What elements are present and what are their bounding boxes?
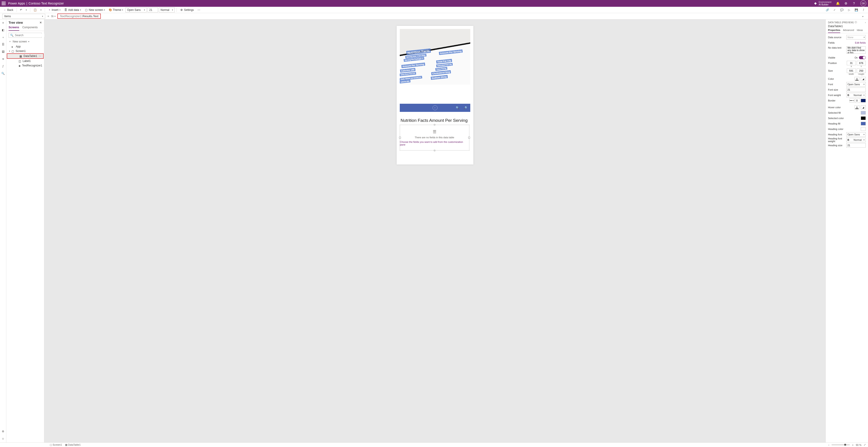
tree-item-app[interactable]: ▸ App (6, 44, 44, 49)
rail-settings-icon[interactable]: ⚙ (1, 429, 5, 434)
undo-button[interactable]: ↶ (19, 8, 24, 12)
prop-fill-color-button[interactable]: ◢ (861, 77, 866, 81)
prop-border-label: Border (828, 99, 848, 102)
upload-image-icon[interactable]: ↑ (433, 105, 437, 110)
props-info-icon[interactable]: ⓘ (855, 21, 857, 24)
prop-y-input[interactable] (857, 61, 866, 65)
rail-hamburger-icon[interactable]: ≡ (1, 21, 5, 25)
settings-gear-icon[interactable]: ⚙ (844, 2, 848, 5)
prop-heading-color-swatch[interactable] (861, 127, 866, 131)
add-data-button[interactable]: 🗄Add data▾ (63, 8, 83, 12)
prop-font-size-label: Font size (828, 88, 845, 91)
prop-x-input[interactable] (847, 61, 856, 65)
close-tree-icon[interactable]: ✕ (39, 21, 42, 24)
prop-border-width-input[interactable] (855, 98, 860, 103)
more-button[interactable]: ⋯ (196, 8, 202, 12)
design-canvas[interactable]: Nutrition Facts Amount Per Serving Servi… (44, 20, 826, 443)
prop-heading-weight-select[interactable]: B Normal▾ (846, 138, 866, 142)
edit-fields-link[interactable]: Edit fields (855, 41, 866, 44)
zoom-slider[interactable] (832, 445, 850, 445)
zoom-out-btn[interactable]: − (828, 444, 829, 446)
datatable1-control[interactable]: ☰ There are no fields in this data table… (400, 125, 469, 151)
tree-item-textrecognizer1[interactable]: ◈ TextRecognizer1 (6, 63, 44, 68)
tab-screens[interactable]: Screens (8, 26, 19, 31)
left-rail: ≡ ◧ ＋ 🗄 🖼 ≋ ƒ 🔍 ⚙ ☺ (0, 20, 6, 443)
tab-ideas[interactable]: Ideas (857, 29, 863, 33)
checker-icon[interactable]: ✓ (832, 8, 837, 12)
footer-datatable-crumb[interactable]: ▦ DataTable1 (65, 443, 81, 446)
undo-dropdown[interactable]: ▾ (24, 8, 28, 11)
label1-control[interactable]: Nutrition Facts Amount Per Serving (401, 118, 468, 123)
props-collapse-icon[interactable]: › (865, 21, 866, 24)
prop-selected-color-swatch[interactable] (861, 117, 866, 120)
prop-heading-size-input[interactable] (846, 143, 866, 148)
new-screen-tree-button[interactable]: ＋New screen▾ (8, 39, 42, 43)
rail-tree-icon[interactable]: ◧ (1, 28, 5, 32)
paste-button[interactable]: 📋 (32, 8, 38, 12)
formula-input[interactable]: TextRecognizer1.Results.Text (57, 13, 101, 19)
rail-media-icon[interactable]: 🖼 (1, 50, 5, 54)
back-button[interactable]: ←Back (2, 8, 15, 12)
zoom-out-icon[interactable]: 🔍 (456, 106, 459, 109)
insert-button[interactable]: ＋Insert▾ (47, 7, 62, 12)
environment-picker[interactable]: ◆ Environment AI Builder (814, 1, 831, 6)
rail-variable-icon[interactable]: ƒ (1, 64, 5, 68)
rail-feedback-icon[interactable]: ☺ (1, 437, 5, 441)
theme-button[interactable]: 🎨Theme▾ (107, 8, 125, 12)
save-icon[interactable]: 💾 (854, 8, 859, 12)
prop-selected-fill-label: Selected fill (828, 111, 860, 114)
prop-heading-color-label: Heading color (828, 128, 860, 130)
prop-font-color-button[interactable]: A (855, 77, 860, 81)
font-size-select[interactable]: 21 (148, 7, 158, 12)
zoom-in-btn[interactable]: + (852, 444, 853, 446)
tab-components[interactable]: Components (22, 26, 38, 31)
rail-search-icon[interactable]: 🔍 (1, 71, 5, 75)
tab-properties[interactable]: Properties (828, 29, 840, 33)
prop-font-weight-select[interactable]: B Normal▾ (846, 93, 866, 97)
screen1-canvas[interactable]: Nutrition Facts Amount Per Serving Servi… (397, 26, 473, 164)
expand-formula-bar[interactable]: ▾ (860, 14, 866, 19)
tab-advanced[interactable]: Advanced (843, 29, 854, 33)
rail-insert-icon[interactable]: ＋ (1, 35, 5, 39)
prop-hover-font-color[interactable]: A (855, 105, 860, 109)
prop-visible-toggle[interactable] (859, 56, 866, 59)
paste-dropdown[interactable]: ▾ (39, 8, 43, 11)
footer-screen-crumb[interactable]: ▢ Screen1 (50, 443, 62, 446)
tree-item-datatable1[interactable]: ▦ DataTable1 ⋯ (7, 54, 43, 58)
user-avatar[interactable]: DB (860, 0, 866, 6)
prop-width-input[interactable] (847, 68, 856, 73)
rail-data-icon[interactable]: 🗄 (1, 42, 5, 46)
share-icon[interactable]: 🔗 (825, 8, 830, 12)
comments-icon[interactable]: 💬 (839, 8, 844, 12)
property-dropdown[interactable]: Items▾ (2, 14, 45, 19)
prop-font-size-input[interactable] (846, 88, 866, 92)
fit-to-window-icon[interactable]: ⤢ (864, 443, 866, 446)
app-launcher-icon[interactable] (2, 2, 5, 5)
prop-data-source-select[interactable]: None▾ (846, 35, 866, 39)
publish-icon[interactable]: ⤴ (861, 8, 866, 12)
tree-item-label1[interactable]: ◫ Label1 (6, 59, 44, 63)
prop-no-data-input[interactable]: We didn't find any data to show at this (846, 46, 866, 54)
tree-item-screen1[interactable]: ▾ ▢ Screen1 (6, 49, 44, 53)
font-family-select[interactable]: Open Sans▾ (125, 7, 147, 12)
text-recognizer-control[interactable]: Nutrition Facts Amount Per Serving Servi… (400, 29, 470, 85)
rail-flow-icon[interactable]: ≋ (1, 57, 5, 61)
prop-heading-fill-swatch[interactable] (861, 122, 866, 125)
prop-border-style-select[interactable]: ▾ (849, 99, 855, 103)
prop-heading-font-select[interactable]: Open Sans▾ (846, 132, 866, 137)
help-icon[interactable]: ? (852, 2, 856, 5)
settings-button[interactable]: ⚙Settings (179, 8, 195, 12)
prop-font-select[interactable]: Open Sans▾ (846, 82, 866, 87)
prop-selected-fill-swatch[interactable] (861, 111, 866, 115)
preview-play-icon[interactable]: ▷ (847, 8, 851, 12)
tree-item-more-icon[interactable]: ⋯ (39, 55, 41, 58)
tree-search-input[interactable] (15, 34, 49, 37)
zoom-in-icon[interactable]: 🔎 (464, 106, 467, 109)
prop-hover-fill-color[interactable]: ◢ (861, 105, 866, 109)
notifications-icon[interactable]: 🔔 (836, 2, 839, 5)
new-screen-button[interactable]: ▢New screen▾ (83, 8, 106, 12)
prop-border-color-swatch[interactable] (861, 99, 866, 102)
prop-height-input[interactable] (857, 68, 866, 73)
font-weight-select[interactable]: Normal▾ (159, 7, 175, 12)
tree-search[interactable]: 🔍 (8, 33, 42, 38)
